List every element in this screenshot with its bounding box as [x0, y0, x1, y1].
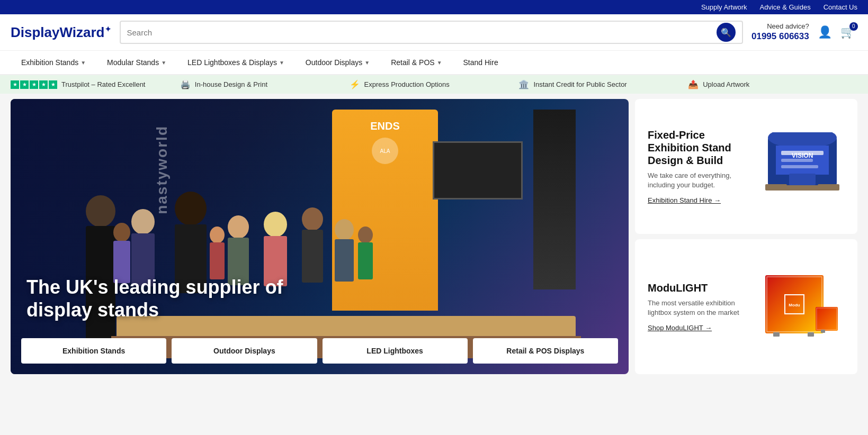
- trustpilot-text: Trustpilot – Rated Excellent: [61, 80, 145, 88]
- search-bar: 🔍: [120, 21, 744, 44]
- panel-exhibition-stand: Fixed-Price Exhibition Stand Design & Bu…: [635, 99, 857, 234]
- svg-text:Modu: Modu: [789, 303, 800, 307]
- star-2: ★: [20, 80, 29, 89]
- chevron-down-icon: ▼: [80, 60, 86, 66]
- logo-wizard: Wizard: [60, 24, 105, 40]
- trust-design-text: In-house Design & Print: [195, 80, 267, 88]
- hero-crowd-sim: ENDS ALA nastyworld: [11, 99, 629, 374]
- svg-point-19: [358, 226, 373, 243]
- account-icon[interactable]: 👤: [818, 25, 832, 39]
- panel-exhibition-desc: We take care of everything, including yo…: [648, 171, 751, 190]
- trust-upload-text: Upload Artwork: [703, 80, 749, 88]
- need-advice-label: Need advice?: [751, 22, 809, 31]
- hero-headline: The UK's leading supplier of display sta…: [26, 276, 291, 321]
- need-advice: Need advice? 01995 606633: [751, 22, 809, 43]
- express-icon: ⚡: [350, 79, 360, 89]
- hero-btn-outdoor-displays[interactable]: Outdoor Displays: [172, 338, 317, 364]
- nav-exhibition-stands[interactable]: Exhibition Stands ▼: [11, 51, 96, 74]
- header-right: Need advice? 01995 606633 👤 🛒 0: [751, 22, 857, 43]
- svg-point-0: [86, 195, 115, 227]
- public-sector-icon: 🏛️: [518, 79, 529, 89]
- svg-rect-14: [335, 239, 354, 282]
- nav-led-lightboxes[interactable]: LED Lightboxes & Displays ▼: [177, 51, 295, 74]
- booth-screen: [433, 141, 523, 200]
- trust-bar: ★ ★ ★ ★ ★ Trustpilot – Rated Excellent 🖨…: [0, 75, 868, 94]
- upload-icon: 📤: [688, 79, 699, 89]
- chevron-down-icon: ▼: [437, 60, 442, 66]
- trust-public-text: Instant Credit for Public Sector: [533, 80, 627, 88]
- main-content: ENDS ALA nastyworld: [0, 94, 868, 379]
- cart-badge: 0: [849, 22, 858, 31]
- panel-exhibition-content: Fixed-Price Exhibition Stand Design & Bu…: [648, 129, 751, 204]
- svg-rect-39: [821, 330, 825, 333]
- svg-point-3: [131, 209, 155, 234]
- modulight-svg: Modu: [763, 273, 842, 341]
- cart-icon[interactable]: 🛒 0: [840, 25, 855, 39]
- exhibition-stand-image: VISION: [760, 130, 845, 204]
- booth-banner: [533, 110, 576, 289]
- booth-text: ENDS: [332, 110, 438, 132]
- printer-icon: 🖨️: [180, 79, 191, 89]
- nav-outdoor-displays[interactable]: Outdoor Displays ▼: [295, 51, 380, 74]
- contact-us-link[interactable]: Contact Us: [824, 3, 857, 11]
- svg-point-7: [228, 215, 249, 239]
- search-icon: 🔍: [721, 28, 731, 38]
- svg-rect-18: [210, 242, 225, 279]
- hero-section: ENDS ALA nastyworld: [11, 99, 629, 374]
- svg-rect-20: [358, 242, 373, 279]
- panel-modulight: ModuLIGHT The most versatile exhibition …: [635, 239, 857, 374]
- svg-rect-35: [816, 307, 838, 331]
- logo-display: Display: [11, 24, 60, 40]
- logo-star-icon: ✦: [105, 25, 111, 33]
- trust-design-print: 🖨️ In-house Design & Print: [180, 79, 350, 89]
- star-5: ★: [49, 80, 57, 89]
- main-nav: Exhibition Stands ▼ Modular Stands ▼ LED…: [0, 51, 868, 75]
- search-button[interactable]: 🔍: [717, 23, 736, 42]
- nav-modular-stands[interactable]: Modular Stands ▼: [96, 51, 177, 74]
- search-input[interactable]: [127, 28, 713, 37]
- trust-express: ⚡ Express Production Options: [350, 79, 519, 89]
- modulight-image: Modu: [760, 270, 845, 344]
- modulight-shop-link[interactable]: Shop ModuLIGHT →: [648, 324, 751, 332]
- chevron-down-icon: ▼: [161, 60, 166, 66]
- hero-buttons: Exhibition Stands Outdoor Displays LED L…: [21, 338, 618, 364]
- hero-btn-retail-pos[interactable]: Retail & POS Displays: [473, 338, 618, 364]
- supply-artwork-link[interactable]: Supply Artwork: [701, 3, 747, 11]
- advice-guides-link[interactable]: Advice & Guides: [760, 3, 811, 11]
- trust-upload-artwork[interactable]: 📤 Upload Artwork: [688, 79, 857, 89]
- svg-rect-37: [773, 332, 780, 337]
- svg-rect-26: [781, 165, 818, 168]
- svg-point-17: [210, 226, 225, 243]
- chevron-down-icon: ▼: [364, 60, 370, 66]
- hero-btn-exhibition-stands[interactable]: Exhibition Stands: [21, 338, 166, 364]
- trustpilot-stars: ★ ★ ★ ★ ★: [11, 80, 57, 89]
- nav-stand-hire[interactable]: Stand Hire: [453, 51, 509, 74]
- svg-point-5: [175, 192, 207, 225]
- nav-retail-pos[interactable]: Retail & POS ▼: [380, 51, 452, 74]
- svg-rect-30: [789, 174, 816, 185]
- svg-point-13: [335, 219, 354, 240]
- phone-number[interactable]: 01995 606633: [751, 31, 809, 42]
- svg-text:VISION: VISION: [792, 152, 813, 159]
- panel-modulight-desc: The most versatile exhibition lightbox s…: [648, 298, 751, 318]
- exhibition-stand-hire-link[interactable]: Exhibition Stand Hire →: [648, 196, 751, 204]
- panel-exhibition-title: Fixed-Price Exhibition Stand Design & Bu…: [648, 129, 751, 167]
- booth-logo: ALA: [372, 138, 398, 164]
- star-1: ★: [11, 80, 19, 89]
- trust-express-text: Express Production Options: [364, 80, 450, 88]
- hero-btn-led-lightboxes[interactable]: LED Lightboxes: [323, 338, 468, 364]
- svg-point-15: [113, 223, 130, 242]
- svg-point-9: [264, 212, 287, 237]
- top-bar: Supply Artwork Advice & Guides Contact U…: [0, 0, 868, 14]
- panel-modulight-title: ModuLIGHT: [648, 282, 751, 294]
- exhibition-stand-svg: VISION: [763, 132, 842, 201]
- svg-rect-12: [302, 230, 323, 283]
- svg-rect-38: [808, 332, 814, 337]
- chevron-down-icon: ▼: [279, 60, 284, 66]
- star-4: ★: [39, 80, 48, 89]
- logo[interactable]: DisplayWizard✦: [11, 24, 111, 41]
- trust-public-sector: 🏛️ Instant Credit for Public Sector: [518, 79, 688, 89]
- header: DisplayWizard✦ 🔍 Need advice? 01995 6066…: [0, 14, 868, 51]
- svg-point-11: [302, 207, 323, 231]
- right-panels: Fixed-Price Exhibition Stand Design & Bu…: [635, 99, 857, 374]
